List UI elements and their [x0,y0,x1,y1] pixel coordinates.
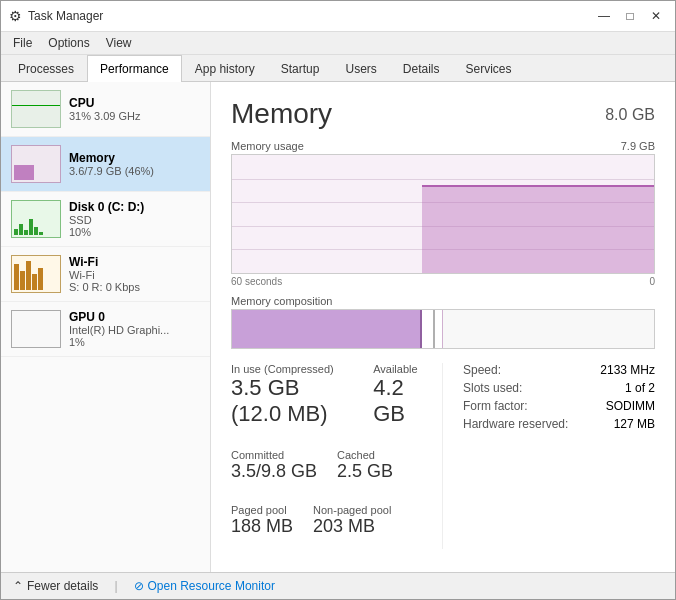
gpu-subtitle1: Intel(R) HD Graphi... [69,324,200,336]
fewer-details-label: Fewer details [27,579,98,593]
main-content: Memory 8.0 GB Memory usage 7.9 GB 60 sec… [211,82,675,572]
memory-thumbnail [11,145,61,183]
disk-subtitle1: SSD [69,214,200,226]
cpu-subtitle: 31% 3.09 GHz [69,110,200,122]
form-row: Form factor: SODIMM [463,399,655,413]
disk-bar-1 [14,229,18,235]
wifi-bar-3 [26,261,31,290]
maximize-button[interactable]: □ [619,7,641,25]
resource-monitor-icon: ⊘ [134,579,144,593]
cached-value: 2.5 GB [337,461,393,482]
speed-label: Speed: [463,363,501,377]
menu-file[interactable]: File [5,34,40,52]
task-manager-window: ⚙ Task Manager — □ ✕ File Options View P… [0,0,676,600]
chart-label-row: Memory usage 7.9 GB [231,140,655,152]
slots-value: 1 of 2 [625,381,655,395]
wifi-bar-5 [38,268,43,290]
committed-value: 3.5/9.8 GB [231,461,317,482]
disk-bar-5 [34,227,38,235]
disk-bar-2 [19,224,23,235]
composition-label: Memory composition [231,295,655,307]
hw-row: Hardware reserved: 127 MB [463,417,655,431]
title-bar-left: ⚙ Task Manager [9,8,103,24]
speed-row: Speed: 2133 MHz [463,363,655,377]
cached-block: Cached 2.5 GB [337,449,393,482]
stats-left: In use (Compressed) 3.5 GB (12.0 MB) Ava… [231,363,443,549]
tab-bar: Processes Performance App history Startu… [1,55,675,82]
fewer-details-button[interactable]: ⌃ Fewer details [13,579,98,593]
disk-title: Disk 0 (C: D:) [69,200,200,214]
wifi-info: Wi-Fi Wi-Fi S: 0 R: 0 Kbps [69,255,200,293]
committed-label: Committed [231,449,317,461]
open-resource-monitor-link[interactable]: ⊘ Open Resource Monitor [134,579,275,593]
grid-line-1 [232,179,654,180]
composition-bar [231,309,655,349]
in-use-label: In use (Compressed) [231,363,353,375]
slots-row: Slots used: 1 of 2 [463,381,655,395]
nonpaged-value: 203 MB [313,516,391,537]
form-label: Form factor: [463,399,528,413]
tab-app-history[interactable]: App history [182,55,268,82]
comp-standby [422,310,435,348]
wifi-thumbnail [11,255,61,293]
memory-subtitle: 3.6/7.9 GB (46%) [69,165,200,177]
sidebar-item-disk[interactable]: Disk 0 (C: D:) SSD 10% [1,192,210,247]
memory-info: Memory 3.6/7.9 GB (46%) [69,151,200,177]
stats-right: Speed: 2133 MHz Slots used: 1 of 2 Form … [443,363,655,549]
chart-time-left: 60 seconds [231,276,282,287]
tab-details[interactable]: Details [390,55,453,82]
stats-grid: In use (Compressed) 3.5 GB (12.0 MB) Ava… [231,363,655,549]
tab-users[interactable]: Users [332,55,389,82]
chart-time-right: 0 [649,276,655,287]
disk-thumbnail [11,200,61,238]
fewer-details-icon: ⌃ [13,579,23,593]
gpu-subtitle2: 1% [69,336,200,348]
available-block: Available 4.2 GB [373,363,422,427]
gpu-thumbnail [11,310,61,348]
tab-performance[interactable]: Performance [87,55,182,82]
sidebar-item-gpu[interactable]: GPU 0 Intel(R) HD Graphi... 1% [1,302,210,357]
hw-value: 127 MB [614,417,655,431]
chart-label-text: Memory usage [231,140,304,152]
menu-view[interactable]: View [98,34,140,52]
gpu-info: GPU 0 Intel(R) HD Graphi... 1% [69,310,200,348]
paged-block: Paged pool 188 MB [231,504,293,537]
sidebar-item-memory[interactable]: Memory 3.6/7.9 GB (46%) [1,137,210,192]
form-value: SODIMM [606,399,655,413]
content-area: CPU 31% 3.09 GHz Memory 3.6/7.9 GB (46%) [1,82,675,572]
chart-time-labels: 60 seconds 0 [231,276,655,287]
title-bar: ⚙ Task Manager — □ ✕ [1,1,675,32]
tab-startup[interactable]: Startup [268,55,333,82]
close-button[interactable]: ✕ [645,7,667,25]
tab-processes[interactable]: Processes [5,55,87,82]
committed-block: Committed 3.5/9.8 GB [231,449,317,482]
nonpaged-block: Non-paged pool 203 MB [313,504,391,537]
paged-label: Paged pool [231,504,293,516]
cached-label: Cached [337,449,393,461]
comp-free [443,310,654,348]
title-bar-controls: — □ ✕ [593,7,667,25]
memory-usage-chart [231,154,655,274]
disk-bar-4 [29,219,33,235]
available-label: Available [373,363,422,375]
menu-options[interactable]: Options [40,34,97,52]
separator: | [114,579,117,593]
speed-value: 2133 MHz [600,363,655,377]
wifi-title: Wi-Fi [69,255,200,269]
memory-header: Memory 8.0 GB [231,98,655,130]
sidebar-item-wifi[interactable]: Wi-Fi Wi-Fi S: 0 R: 0 Kbps [1,247,210,302]
available-value: 4.2 GB [373,375,422,427]
wifi-bar-4 [32,274,37,290]
disk-bar-6 [39,232,43,235]
sidebar-item-cpu[interactable]: CPU 31% 3.09 GHz [1,82,210,137]
app-icon: ⚙ [9,8,22,24]
wifi-bar-2 [20,271,25,290]
tab-services[interactable]: Services [453,55,525,82]
comp-in-use [232,310,422,348]
nonpaged-label: Non-paged pool [313,504,391,516]
in-use-value: 3.5 GB (12.0 MB) [231,375,353,427]
disk-info: Disk 0 (C: D:) SSD 10% [69,200,200,238]
disk-subtitle2: 10% [69,226,200,238]
minimize-button[interactable]: — [593,7,615,25]
wifi-bar-1 [14,264,19,290]
